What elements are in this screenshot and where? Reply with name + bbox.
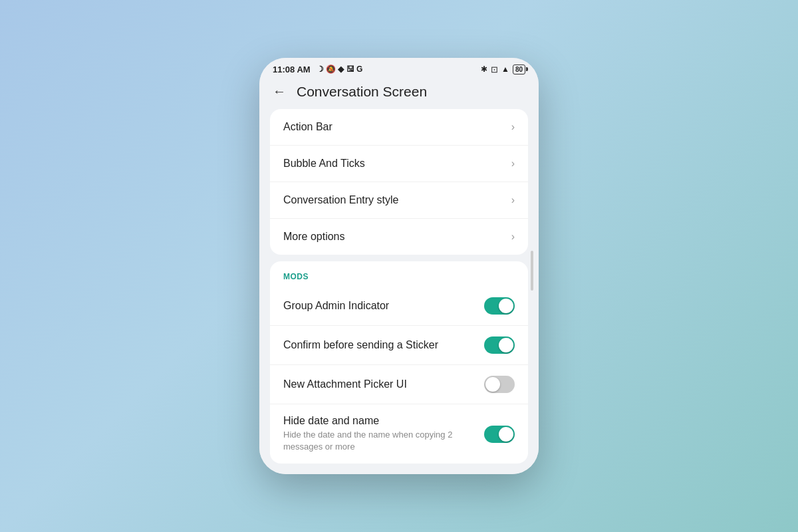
app-bar: ← Conversation Screen bbox=[259, 78, 539, 109]
toggle-group-admin[interactable] bbox=[484, 297, 515, 315]
content-area: Action Bar › Bubble And Ticks › Conversa… bbox=[259, 109, 539, 474]
bluetooth-icon: ✱ bbox=[481, 65, 487, 74]
toggle-attachment-picker[interactable] bbox=[484, 376, 515, 393]
scrollbar bbox=[531, 251, 533, 291]
chevron-icon: › bbox=[511, 231, 515, 243]
toggle-item-hide-date-name: Hide date and name Hide the date and the… bbox=[270, 404, 528, 464]
mods-card: MODS Group Admin Indicator Confirm befor… bbox=[270, 261, 528, 464]
menu-item-more-options[interactable]: More options › bbox=[270, 219, 528, 255]
status-icons-right: ✱ ⊡ ▲ 80 bbox=[481, 65, 525, 74]
nav-card: Action Bar › Bubble And Ticks › Conversa… bbox=[270, 109, 528, 255]
menu-item-conv-entry[interactable]: Conversation Entry style › bbox=[270, 182, 528, 219]
toggle-label-hide-date-name: Hide date and name bbox=[283, 415, 476, 427]
chevron-icon: › bbox=[511, 121, 515, 133]
menu-item-label: More options bbox=[283, 231, 345, 243]
wifi-icon: ▲ bbox=[501, 65, 509, 74]
menu-item-label: Conversation Entry style bbox=[283, 194, 398, 206]
toggle-hide-date-name[interactable] bbox=[484, 426, 515, 443]
phone-frame: 11:08 AM ☽ 🔕 ◆ 🖫 G ✱ ⊡ ▲ 80 ← Conversati… bbox=[259, 58, 539, 474]
toggle-item-text: New Attachment Picker UI bbox=[283, 378, 476, 390]
mods-section-label: MODS bbox=[270, 261, 528, 287]
menu-item-label: Bubble And Ticks bbox=[283, 158, 365, 170]
menu-item-bubble-ticks[interactable]: Bubble And Ticks › bbox=[270, 146, 528, 182]
chevron-icon: › bbox=[511, 158, 515, 170]
menu-item-action-bar[interactable]: Action Bar › bbox=[270, 109, 528, 146]
back-button[interactable]: ← bbox=[273, 84, 286, 99]
screen-icon: ⊡ bbox=[491, 65, 498, 74]
toggle-label-confirm-sticker: Confirm before sending a Sticker bbox=[283, 339, 476, 351]
toggle-sublabel-hide-date-name: Hide the date and the name when copying … bbox=[283, 429, 476, 453]
page-title: Conversation Screen bbox=[297, 84, 427, 100]
menu-item-label: Action Bar bbox=[283, 121, 332, 133]
toggle-item-confirm-sticker: Confirm before sending a Sticker bbox=[270, 326, 528, 365]
toggle-knob bbox=[485, 377, 500, 392]
toggle-knob bbox=[499, 427, 513, 442]
toggle-item-text: Hide date and name Hide the date and the… bbox=[283, 415, 476, 453]
time-display: 11:08 AM bbox=[273, 65, 311, 74]
toggle-knob bbox=[499, 338, 513, 352]
status-time: 11:08 AM ☽ 🔕 ◆ 🖫 G bbox=[273, 65, 362, 74]
toggle-label-group-admin: Group Admin Indicator bbox=[283, 300, 476, 312]
chevron-icon: › bbox=[511, 194, 515, 206]
status-icons-left: ☽ 🔕 ◆ 🖫 G bbox=[317, 65, 363, 74]
toggle-label-attachment-picker: New Attachment Picker UI bbox=[283, 378, 476, 390]
battery-indicator: 80 bbox=[513, 65, 525, 74]
toggle-item-text: Group Admin Indicator bbox=[283, 300, 476, 312]
toggle-knob bbox=[499, 299, 513, 313]
toggle-item-attachment-picker: New Attachment Picker UI bbox=[270, 365, 528, 404]
toggle-item-group-admin: Group Admin Indicator bbox=[270, 287, 528, 326]
toggle-confirm-sticker[interactable] bbox=[484, 336, 515, 354]
toggle-item-text: Confirm before sending a Sticker bbox=[283, 339, 476, 351]
status-bar: 11:08 AM ☽ 🔕 ◆ 🖫 G ✱ ⊡ ▲ 80 bbox=[259, 58, 539, 78]
